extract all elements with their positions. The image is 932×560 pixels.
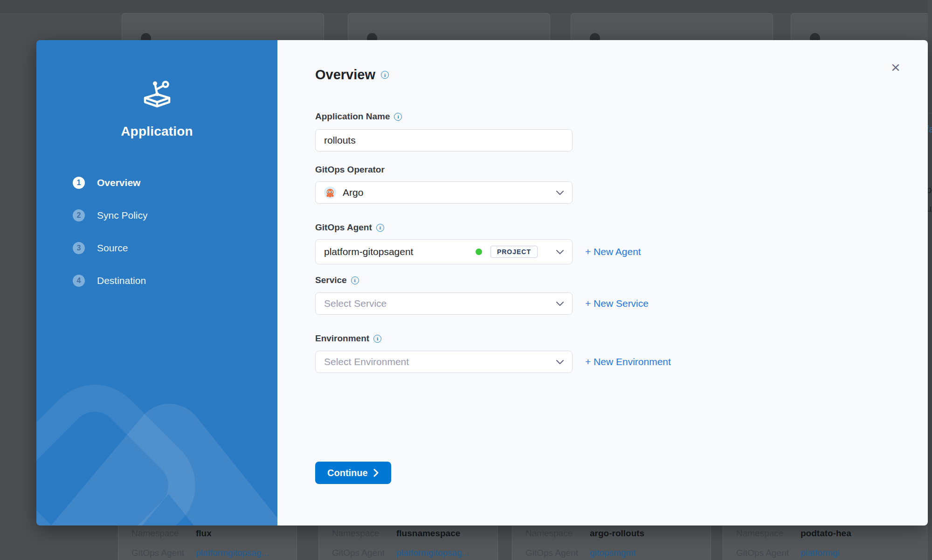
namespace-label: Namespace <box>332 528 396 539</box>
step-label: Overview <box>97 177 140 188</box>
namespace-value: flux <box>196 528 212 538</box>
clipped-text-fragment: pe <box>928 185 932 195</box>
page-title-text: Overview <box>315 67 375 83</box>
gitops-agent-value: platform-gitopsagent <box>324 246 413 257</box>
gitops-agent-label: GitOps Agent <box>736 548 801 558</box>
environment-label: Environment i <box>315 333 381 344</box>
environment-select[interactable]: Select Environment <box>315 351 573 373</box>
chevron-down-icon <box>556 191 564 195</box>
step-label: Destination <box>97 275 146 286</box>
page-title: Overview i <box>315 67 389 83</box>
namespace-row: Namespaceargo-rollouts <box>525 528 644 539</box>
wizard-sidebar-header: Application <box>36 76 277 139</box>
close-icon[interactable]: × <box>887 59 904 76</box>
gitops-agent-label: GitOps Agent <box>332 548 396 558</box>
step-source[interactable]: 3 Source <box>73 242 148 254</box>
clipped-text-fragment: fa <box>928 124 932 135</box>
step-sync-policy[interactable]: 2 Sync Policy <box>73 209 148 221</box>
environment-label-text: Environment <box>315 333 369 344</box>
gitops-agent-link: platformgitopsag... <box>396 548 469 558</box>
namespace-value: flusnamespace <box>396 528 460 538</box>
info-icon[interactable]: i <box>373 335 381 343</box>
background-card-top <box>791 13 932 42</box>
gitops-operator-label-text: GitOps Operator <box>315 165 385 175</box>
namespace-row: Namespacepodtato-hea <box>736 528 851 539</box>
agent-health-dot <box>476 249 482 255</box>
gitops-agent-row: GitOps Agentplatformgitopsag... <box>131 548 269 558</box>
info-icon[interactable]: i <box>376 224 384 232</box>
gitops-agent-label: GitOps Agent <box>525 548 590 558</box>
gitops-agent-label: GitOps Agent <box>131 548 196 558</box>
namespace-label: Namespace <box>131 528 196 539</box>
continue-label: Continue <box>327 468 368 478</box>
application-name-input[interactable] <box>315 129 573 152</box>
gitops-agent-label-text: GitOps Agent <box>315 222 372 233</box>
wizard-steps: 1 Overview 2 Sync Policy 3 Source 4 Dest… <box>73 177 148 307</box>
step-label: Source <box>97 242 128 254</box>
gitops-agent-row: GitOps Agentplatformgitopsag... <box>332 548 469 558</box>
chevron-down-icon <box>556 360 564 364</box>
background-edge-strip: fa pe ux <box>928 0 932 560</box>
wizard-sidebar: Application 1 Overview 2 Sync Policy 3 S… <box>36 40 277 525</box>
step-destination[interactable]: 4 Destination <box>73 275 148 287</box>
background-card: Namespaceflux GitOps Agentplatformgitops… <box>118 525 297 560</box>
gitops-agent-link: platformgitopsag... <box>196 548 269 558</box>
background-card: Namespaceargo-rollouts GitOps Agentgitop… <box>512 525 711 560</box>
background-card-top <box>122 13 324 42</box>
namespace-row: Namespaceflusnamespace <box>332 528 460 539</box>
gitops-agent-row: GitOps Agentgitopsmgmt <box>525 548 635 558</box>
argo-icon <box>324 187 336 199</box>
gitops-operator-label: GitOps Operator <box>315 165 385 175</box>
gitops-agent-link: gitopsmgmt <box>590 548 635 558</box>
service-placeholder: Select Service <box>324 298 387 309</box>
gitops-agent-row: GitOps Agentplatformgi <box>736 548 839 558</box>
namespace-row: Namespaceflux <box>131 528 212 539</box>
application-name-label-text: Application Name <box>315 111 390 122</box>
clipped-text-fragment: ux <box>928 203 932 214</box>
new-service-link[interactable]: + New Service <box>585 297 649 311</box>
background-card: Namespaceflusnamespace GitOps Agentplatf… <box>318 525 498 560</box>
step-label: Sync Policy <box>97 210 148 221</box>
chevron-down-icon <box>556 302 564 306</box>
step-overview[interactable]: 1 Overview <box>73 177 148 189</box>
namespace-label: Namespace <box>525 528 590 539</box>
application-icon <box>139 76 175 111</box>
info-icon[interactable]: i <box>381 71 389 79</box>
step-number: 1 <box>73 177 85 189</box>
background-topbar <box>0 0 932 13</box>
gitops-agent-label: GitOps Agent i <box>315 222 384 233</box>
service-select[interactable]: Select Service <box>315 292 573 315</box>
namespace-value: argo-rollouts <box>590 528 644 538</box>
step-number: 4 <box>73 275 85 287</box>
step-number: 2 <box>73 209 85 221</box>
namespace-value: podtato-hea <box>801 528 851 538</box>
gitops-operator-select[interactable]: Argo <box>315 181 573 204</box>
background-card-top <box>348 13 550 42</box>
application-wizard-modal: Application 1 Overview 2 Sync Policy 3 S… <box>36 40 928 525</box>
new-agent-link[interactable]: + New Agent <box>585 245 641 259</box>
application-name-label: Application Name i <box>315 111 402 122</box>
step-number: 3 <box>73 242 85 254</box>
background-card: Namespacepodtato-hea GitOps Agentplatfor… <box>723 525 932 560</box>
background-card-border <box>928 113 932 113</box>
namespace-label: Namespace <box>736 528 801 539</box>
environment-placeholder: Select Environment <box>324 356 409 367</box>
wizard-title: Application <box>36 124 277 139</box>
screen: Namespaceflux GitOps Agentplatformgitops… <box>0 0 932 560</box>
gitops-agent-link: platformgi <box>801 548 839 558</box>
service-label: Service i <box>315 275 359 285</box>
chevron-down-icon <box>556 250 564 254</box>
gitops-agent-select[interactable]: platform-gitopsagent PROJECT <box>315 239 573 264</box>
info-icon[interactable]: i <box>351 277 359 284</box>
chevron-right-icon <box>373 469 379 477</box>
continue-button[interactable]: Continue <box>315 462 391 484</box>
new-environment-link[interactable]: + New Environment <box>585 355 671 369</box>
gitops-operator-value: Argo <box>343 187 363 198</box>
project-scope-badge: PROJECT <box>490 246 538 258</box>
overview-step-panel: Overview i × Application Name i GitOps O… <box>277 40 928 525</box>
background-card-top <box>571 13 773 42</box>
service-label-text: Service <box>315 275 347 285</box>
info-icon[interactable]: i <box>394 113 402 121</box>
